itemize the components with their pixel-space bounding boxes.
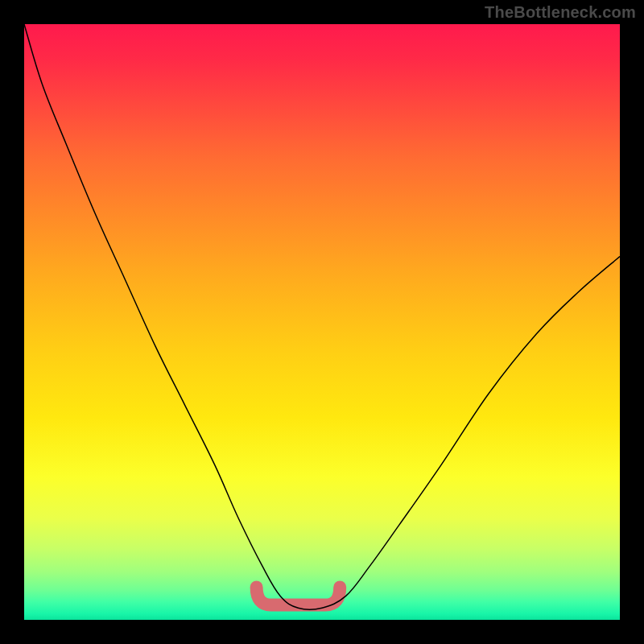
chart-frame: TheBottleneck.com [0,0,644,644]
plot-area [24,24,620,620]
bottleneck-curve [24,24,620,620]
watermark-text: TheBottleneck.com [485,3,636,22]
bottleneck-curve-path [24,24,620,609]
